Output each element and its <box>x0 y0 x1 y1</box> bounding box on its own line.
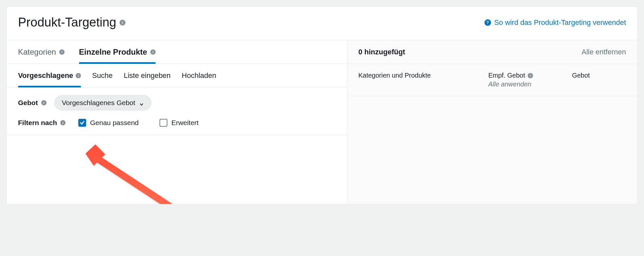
info-icon[interactable]: i <box>41 100 47 105</box>
filter-label-text: Filtern nach <box>18 119 57 127</box>
info-icon[interactable]: i <box>59 49 65 55</box>
help-icon: ? <box>484 19 491 26</box>
controls: Gebot i Vorgeschlagenes Gebot Filtern na… <box>7 87 347 135</box>
right-pane: 0 hinzugefügt Alle entfernen Kategorien … <box>347 40 637 204</box>
page-title: Produkt-Targeting i <box>18 15 125 29</box>
subtab-search[interactable]: Suche <box>92 64 112 87</box>
info-icon[interactable]: i <box>76 73 81 78</box>
filter-row: Filtern nach i Genau passend Erweitert <box>18 119 336 127</box>
bid-label-text: Gebot <box>18 99 38 107</box>
col-bid: Gebot <box>572 72 626 79</box>
tab-products-label: Einzelne Produkte <box>79 47 147 57</box>
filter-exact-label: Genau passend <box>90 119 139 127</box>
info-icon[interactable]: i <box>528 73 533 78</box>
info-icon[interactable]: i <box>150 49 156 55</box>
card-header: Produkt-Targeting i ? So wird das Produk… <box>7 7 637 40</box>
annotation-arrow <box>82 144 194 204</box>
body-split: Kategorien i Einzelne Produkte i Vorgesc… <box>7 40 637 204</box>
subtab-suggested-label: Vorgeschlagene <box>18 71 73 80</box>
bid-select[interactable]: Vorgeschlagenes Gebot <box>54 95 151 110</box>
bid-label: Gebot i <box>18 99 47 107</box>
svg-marker-0 <box>85 144 174 204</box>
subtab-search-label: Suche <box>92 71 112 80</box>
apply-all-link[interactable]: Alle anwenden <box>488 81 565 88</box>
filter-label: Filtern nach i <box>18 119 70 127</box>
subtab-enter-list[interactable]: Liste eingeben <box>124 64 171 87</box>
bid-select-value: Vorgeschlagenes Gebot <box>62 99 135 107</box>
main-tabs: Kategorien i Einzelne Produkte i <box>7 40 347 64</box>
subtab-upload[interactable]: Hochladen <box>182 64 216 87</box>
page-title-text: Produkt-Targeting <box>18 15 116 29</box>
subtab-upload-label: Hochladen <box>182 71 216 80</box>
bid-row: Gebot i Vorgeschlagenes Gebot <box>18 95 336 110</box>
col-rec-bid: Empf. Gebot i Alle anwenden <box>488 72 565 88</box>
tab-categories[interactable]: Kategorien i <box>18 40 65 64</box>
tab-products[interactable]: Einzelne Produkte i <box>79 40 156 64</box>
col-products: Kategorien und Produkte <box>358 72 482 79</box>
checkbox-empty-icon <box>160 119 167 127</box>
filter-exact[interactable]: Genau passend <box>78 119 139 127</box>
filter-expanded-label: Erweitert <box>171 119 199 127</box>
filter-expanded[interactable]: Erweitert <box>160 119 199 127</box>
subtab-enter-list-label: Liste eingeben <box>124 71 171 80</box>
tab-categories-label: Kategorien <box>18 47 56 57</box>
help-link-text: So wird das Produkt-Targeting verwendet <box>494 18 626 27</box>
sub-tabs: Vorgeschlagene i Suche Liste eingeben Ho… <box>7 64 347 87</box>
help-link[interactable]: ? So wird das Produkt-Targeting verwende… <box>484 18 626 27</box>
subtab-suggested[interactable]: Vorgeschlagene i <box>18 64 81 87</box>
chevron-down-icon <box>139 101 144 105</box>
checkbox-checked-icon <box>78 119 86 127</box>
added-count: 0 hinzugefügt <box>358 48 405 56</box>
col-rec-bid-label: Empf. Gebot <box>488 72 525 79</box>
left-pane: Kategorien i Einzelne Produkte i Vorgesc… <box>7 40 347 204</box>
right-header: 0 hinzugefügt Alle entfernen <box>347 40 637 64</box>
info-icon[interactable]: i <box>60 120 66 125</box>
info-icon[interactable]: i <box>120 20 125 26</box>
product-targeting-card: Produkt-Targeting i ? So wird das Produk… <box>7 7 637 204</box>
right-column-headers: Kategorien und Produkte Empf. Gebot i Al… <box>347 64 637 96</box>
remove-all-link[interactable]: Alle entfernen <box>581 48 626 56</box>
